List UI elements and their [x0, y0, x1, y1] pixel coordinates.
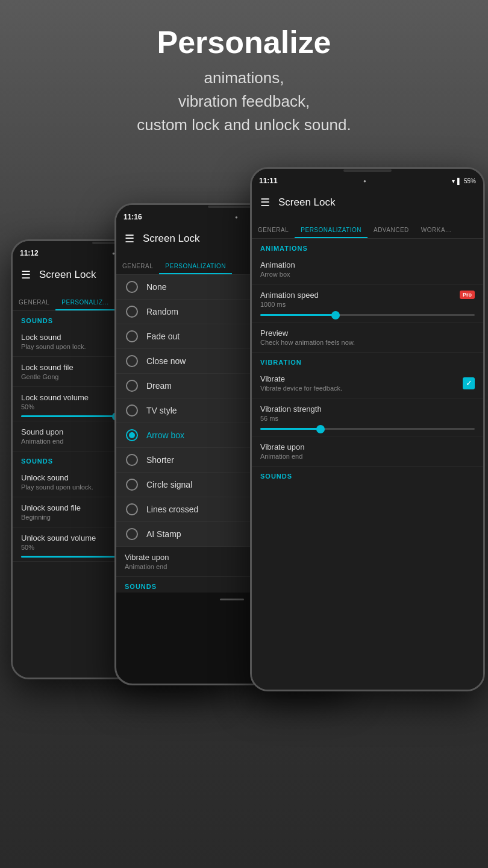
- radio-shorter[interactable]: [126, 454, 138, 466]
- dropdown-circlesignal-label: Circle signal: [146, 480, 192, 489]
- phone1-time: 11:12: [20, 249, 39, 257]
- radio-arrowbox-inner: [129, 432, 135, 438]
- phone3-dot: ●: [363, 178, 366, 184]
- phone3-vibrate-upon[interactable]: Vibrate upon Animation end: [252, 436, 483, 467]
- phone3-tab-general[interactable]: GENERAL: [252, 227, 295, 238]
- phone3-animation[interactable]: Animation Arrow box: [252, 254, 483, 285]
- phone1-menu-icon[interactable]: ☰: [21, 268, 31, 281]
- phone1-title: Screen Lock: [39, 269, 96, 281]
- phone3-tab-personalization[interactable]: PERSONALIZATION: [295, 227, 368, 238]
- phone3-toolbar: ☰ Screen Lock: [252, 189, 483, 216]
- header-subtitle: animations,vibration feedback,custom loc…: [36, 66, 452, 137]
- radio-tvstyle[interactable]: [126, 404, 138, 417]
- signal-icon: ▌: [457, 178, 461, 184]
- phone3-title: Screen Lock: [278, 197, 336, 209]
- dropdown-none-label: None: [146, 282, 166, 292]
- phone3-status-bar: 11:11 ● ▾ ▌ 55%: [252, 172, 483, 189]
- phone3-vibration-strength[interactable]: Vibration strength 56 ms: [252, 398, 483, 436]
- pro-badge: Pro: [460, 291, 475, 299]
- phone3-status-icons: ▾ ▌ 55%: [452, 178, 476, 184]
- phone3-sounds-header: SOUNDS: [252, 467, 483, 482]
- phone3-content: ANIMATIONS Animation Arrow box Animation…: [252, 239, 483, 691]
- phone3-tab-worka[interactable]: WORKA...: [415, 227, 457, 238]
- phone-3: 11:11 ● ▾ ▌ 55% ☰ Screen Lock GENERAL PE…: [250, 167, 485, 691]
- phone3-menu-icon[interactable]: ☰: [260, 196, 270, 209]
- radio-closenow[interactable]: [126, 355, 138, 367]
- phone2-time: 11:16: [124, 213, 142, 221]
- dropdown-dream-label: Dream: [146, 381, 172, 391]
- phone3-animations-header: ANIMATIONS: [252, 239, 483, 254]
- phone3-preview[interactable]: Preview Check how animation feels now.: [252, 322, 483, 353]
- radio-dream[interactable]: [126, 380, 138, 392]
- phone2-nav-dot: [220, 599, 244, 600]
- dropdown-shorter-label: Shorter: [146, 455, 174, 465]
- phone3-vibration-header: VIBRATION: [252, 353, 483, 368]
- phone3-anim-speed-slider[interactable]: [260, 314, 475, 316]
- phone2-tab-personalization[interactable]: PERSONALIZATION: [159, 263, 232, 274]
- dropdown-tvstyle-label: TV style: [146, 406, 177, 415]
- phone3-tabs: GENERAL PERSONALIZATION ADVANCED WORKA..…: [252, 216, 483, 239]
- radio-linescrossed[interactable]: [126, 503, 138, 515]
- phone1-tab-personalization[interactable]: PERSONALIZ...: [55, 299, 114, 310]
- dropdown-linescrossed-label: Lines crossed: [146, 505, 198, 514]
- dropdown-closenow-label: Close now: [146, 356, 186, 366]
- radio-fadeout[interactable]: [126, 330, 138, 342]
- phone2-title: Screen Lock: [143, 233, 200, 245]
- dropdown-fadeout-label: Fade out: [146, 332, 180, 341]
- phone1-tab-general[interactable]: GENERAL: [13, 299, 55, 310]
- wifi-icon: ▾: [452, 178, 455, 184]
- radio-aistamp[interactable]: [126, 528, 138, 540]
- phone2-tab-general[interactable]: GENERAL: [116, 263, 159, 274]
- phone3-vibrate-checkbox[interactable]: ✓: [463, 377, 475, 389]
- dropdown-arrowbox-label: Arrow box: [146, 430, 184, 440]
- phone2-menu-icon[interactable]: ☰: [125, 232, 134, 245]
- radio-random[interactable]: [126, 306, 138, 318]
- page: Personalize animations,vibration feedbac…: [0, 0, 488, 758]
- header-title: Personalize: [36, 24, 452, 60]
- phone3-time: 11:11: [259, 177, 278, 185]
- phones-area: 11:12 ● ▾ ▌ 55% ☰ Screen Lock GENERAL PE…: [0, 161, 488, 758]
- dropdown-random-label: Random: [146, 307, 178, 316]
- radio-none[interactable]: [126, 281, 138, 293]
- phone2-dot: ●: [235, 215, 238, 220]
- phone3-vibrate[interactable]: Vibrate Vibrate device for feedback. ✓: [252, 368, 483, 398]
- header-area: Personalize animations,vibration feedbac…: [0, 0, 488, 155]
- radio-arrowbox[interactable]: [126, 429, 138, 441]
- phone3-vibration-slider[interactable]: [260, 428, 475, 430]
- radio-circlesignal[interactable]: [126, 479, 138, 491]
- battery-icon: 55%: [464, 178, 476, 184]
- phone3-tab-advanced[interactable]: ADVANCED: [368, 227, 415, 238]
- phone3-animation-speed[interactable]: Animation speed 1000 ms Pro: [252, 285, 483, 322]
- dropdown-aistamp-label: AI Stamp: [146, 529, 181, 539]
